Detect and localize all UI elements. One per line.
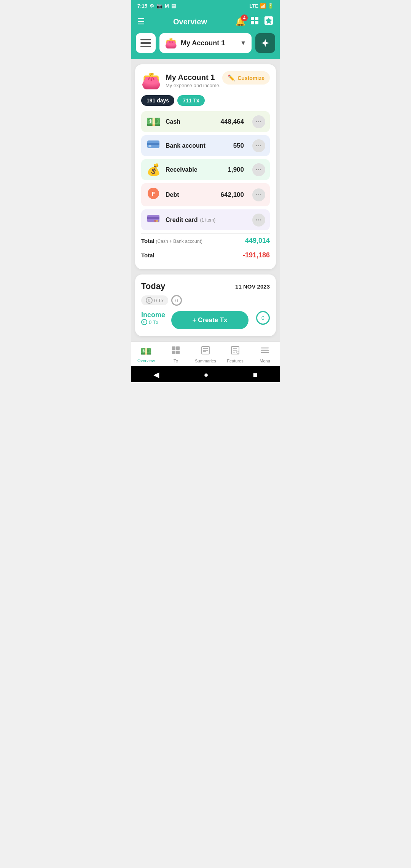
svg-text:F: F bbox=[152, 191, 155, 197]
receivable-label: Receivable bbox=[166, 166, 223, 173]
account-selector[interactable]: 👛 My Account 1 ▼ bbox=[159, 33, 252, 53]
nav-tx[interactable]: Tx bbox=[164, 346, 187, 363]
bank-label: Bank account bbox=[166, 142, 229, 149]
bank-more-button[interactable]: ··· bbox=[252, 139, 265, 152]
account-list-button[interactable] bbox=[136, 33, 156, 53]
debt-amount: 642,100 bbox=[221, 191, 244, 199]
zero-circle-icon: 0 bbox=[146, 297, 153, 304]
credit-label: Credit card bbox=[166, 217, 198, 223]
today-header: Today 11 NOV 2023 bbox=[141, 281, 270, 291]
account-description: My expense and income. bbox=[166, 83, 221, 88]
cash-icon: 💵 bbox=[146, 115, 161, 128]
menu-button[interactable]: ☰ bbox=[137, 17, 145, 27]
wallet-receivable-item: 💰 Receivable 1,900 ··· bbox=[141, 159, 270, 180]
income-label: Income bbox=[141, 311, 165, 319]
overview-icon: 💵 bbox=[140, 346, 152, 357]
svg-rect-8 bbox=[140, 46, 151, 47]
tx-icon bbox=[171, 346, 180, 357]
main-content: 👛 My Account 1 My expense and income. ✏️… bbox=[131, 59, 280, 341]
account-wallet-icon: 👛 bbox=[165, 37, 177, 49]
recents-button[interactable]: ■ bbox=[253, 370, 257, 379]
today-title: Today bbox=[141, 281, 165, 291]
income-tx-count: 0 0 Tx bbox=[141, 319, 165, 325]
credit-icon bbox=[146, 213, 161, 227]
debt-icon: F bbox=[146, 187, 161, 203]
chevron-down-icon: ▼ bbox=[240, 40, 246, 46]
total-cash-bank-label: Total bbox=[141, 238, 155, 244]
nav-bar: ◀ ● ■ bbox=[131, 366, 280, 382]
nav-overview-label: Overview bbox=[137, 358, 155, 363]
wallet-debt-item: F Debt 642,100 ··· bbox=[141, 183, 270, 206]
status-time: 7:15 ⚙ 📷 M ▤ bbox=[137, 3, 176, 9]
notification-badge: 4 bbox=[241, 14, 248, 21]
nav-summaries[interactable]: Summaries bbox=[194, 346, 217, 363]
gift-button[interactable] bbox=[264, 16, 274, 28]
days-tag: 191 days bbox=[141, 95, 174, 106]
bank-icon bbox=[146, 139, 161, 152]
svg-rect-3 bbox=[255, 21, 258, 24]
zero-icon: 0 bbox=[171, 295, 182, 306]
wallet-credit-item: Credit card (1 item) ··· bbox=[141, 209, 270, 230]
nav-overview[interactable]: 💵 Overview bbox=[135, 346, 158, 363]
nav-tx-label: Tx bbox=[174, 359, 178, 363]
income-zero-icon: 0 bbox=[141, 319, 147, 325]
svg-point-18 bbox=[154, 220, 156, 222]
nav-summaries-label: Summaries bbox=[195, 359, 216, 363]
total-cash-bank-row: Total (Cash + Bank account) 449,014 bbox=[141, 233, 270, 248]
debt-more-button[interactable]: ··· bbox=[252, 188, 265, 201]
header-icons: 🔔 4 bbox=[235, 16, 274, 28]
svg-rect-7 bbox=[140, 42, 151, 44]
header: ☰ Overview 🔔 4 bbox=[131, 12, 280, 33]
svg-rect-2 bbox=[251, 21, 254, 24]
total-all-label: Total bbox=[141, 252, 155, 258]
debt-label: Debt bbox=[166, 191, 216, 198]
svg-rect-6 bbox=[140, 39, 151, 40]
svg-rect-12 bbox=[148, 145, 151, 147]
total-cash-bank-sub: (Cash + Bank account) bbox=[156, 239, 202, 244]
total-all-amount: -191,186 bbox=[243, 251, 270, 259]
account-bar: 👛 My Account 1 ▼ bbox=[131, 33, 280, 59]
today-date: 11 NOV 2023 bbox=[235, 283, 270, 290]
cash-label: Cash bbox=[166, 118, 216, 125]
back-button[interactable]: ◀ bbox=[153, 370, 159, 379]
today-meta: 0 0 Tx 0 bbox=[141, 295, 270, 306]
svg-rect-22 bbox=[176, 351, 180, 354]
account-selector-name: My Account 1 bbox=[181, 39, 236, 47]
grid-button[interactable] bbox=[250, 16, 259, 27]
nav-menu[interactable]: Menu bbox=[253, 346, 276, 363]
svg-rect-0 bbox=[251, 17, 254, 20]
wallet-cash-item: 💵 Cash 448,464 ··· bbox=[141, 111, 270, 132]
nav-features[interactable]: Features bbox=[224, 346, 247, 363]
svg-rect-11 bbox=[147, 143, 159, 145]
total-all-row: Total -191,186 bbox=[141, 248, 270, 262]
account-tags: 191 days 711 Tx bbox=[141, 95, 270, 106]
receivable-icon: 💰 bbox=[146, 163, 161, 176]
today-card: Today 11 NOV 2023 0 0 Tx 0 Income 0 0 Tx… bbox=[135, 274, 276, 336]
status-bar: 7:15 ⚙ 📷 M ▤ LTE 📶 🔋 bbox=[131, 0, 280, 12]
pencil-icon: ✏️ bbox=[228, 74, 235, 81]
svg-rect-16 bbox=[147, 217, 159, 219]
credit-more-button[interactable]: ··· bbox=[252, 214, 265, 227]
nav-menu-label: Menu bbox=[260, 359, 270, 363]
account-card: 👛 My Account 1 My expense and income. ✏️… bbox=[135, 64, 276, 269]
account-icon: 👛 bbox=[141, 71, 161, 90]
home-button[interactable]: ● bbox=[204, 370, 208, 379]
cash-more-button[interactable]: ··· bbox=[252, 115, 265, 128]
summaries-icon bbox=[201, 346, 210, 357]
features-icon bbox=[231, 346, 240, 357]
create-tx-button[interactable]: + Create Tx bbox=[171, 311, 249, 329]
account-card-header: 👛 My Account 1 My expense and income. ✏️… bbox=[141, 71, 270, 90]
svg-rect-21 bbox=[172, 351, 175, 354]
customize-button[interactable]: ✏️ Customize bbox=[222, 71, 270, 85]
receivable-amount: 1,900 bbox=[228, 166, 244, 174]
total-cash-bank-amount: 449,014 bbox=[245, 237, 270, 245]
tx-tag: 711 Tx bbox=[177, 95, 205, 106]
notification-button[interactable]: 🔔 4 bbox=[235, 17, 245, 27]
bank-amount: 550 bbox=[233, 142, 244, 150]
status-right: LTE 📶 🔋 bbox=[249, 3, 274, 9]
svg-rect-20 bbox=[176, 346, 180, 350]
receivable-more-button[interactable]: ··· bbox=[252, 163, 265, 176]
ai-button[interactable] bbox=[255, 33, 275, 53]
credit-sub: (1 item) bbox=[200, 217, 215, 223]
income-amount-zero: 0 bbox=[256, 311, 270, 325]
